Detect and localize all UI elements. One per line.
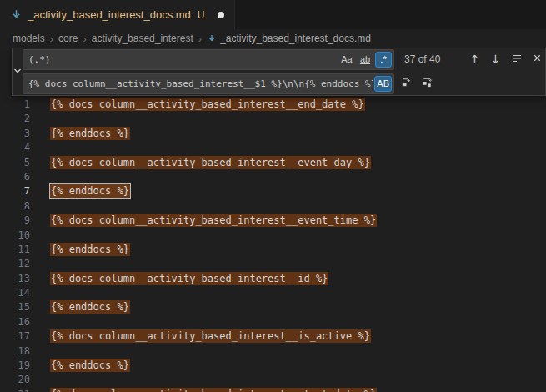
line-number: 6 [0, 170, 30, 184]
code-text: {% docs column__activity_based_interest_… [30, 272, 328, 286]
code-text: {% enddocs %} [30, 127, 130, 141]
regex-button[interactable]: .* [375, 52, 392, 68]
replace-row: {% docs column__activity_based_interest_… [23, 73, 546, 94]
code-text: {% enddocs %} [30, 184, 130, 199]
breadcrumb-file-label: _activity_based_interest_docs.md [220, 33, 371, 44]
code-line[interactable]: 13{% docs column__activity_based_interes… [0, 272, 546, 286]
replace-icon [400, 76, 413, 91]
chevron-right-icon: › [83, 33, 86, 44]
breadcrumb-item-file[interactable]: _activity_based_interest_docs.md [207, 33, 371, 44]
preserve-case-button[interactable]: AB [374, 76, 392, 92]
editor-tab[interactable]: _activity_based_interest_docs.md U [0, 0, 235, 29]
find-row: (.*) Aa ab .* 37 of 40 ↑ ↓ [23, 49, 546, 70]
find-input-value: (.*) [28, 54, 337, 65]
code-text: {% enddocs %} [30, 300, 130, 314]
code-line[interactable]: 20 [0, 373, 546, 387]
code-line[interactable]: 6 [0, 170, 546, 184]
code-line[interactable]: 14 [0, 286, 546, 300]
code-line[interactable]: 10 [0, 229, 546, 243]
line-number: 4 [0, 141, 30, 155]
line-number: 11 [0, 243, 30, 257]
previous-match-button[interactable]: ↑ [466, 51, 483, 68]
search-match: {% docs column__activity_based_interest_… [50, 329, 371, 343]
code-line[interactable]: 12 [0, 257, 546, 271]
breadcrumb-item-core[interactable]: core [58, 33, 78, 44]
line-number: 12 [0, 257, 30, 271]
line-number: 1 [0, 98, 30, 112]
toggle-replace-button[interactable] [13, 48, 23, 95]
line-number: 10 [0, 229, 30, 243]
line-number: 8 [0, 199, 30, 214]
results-count: 37 of 40 [404, 53, 463, 65]
search-match: {% enddocs %} [50, 243, 130, 256]
code-line[interactable]: 18 [0, 344, 546, 359]
code-text: {% enddocs %} [30, 243, 130, 257]
line-number: 17 [0, 329, 30, 344]
replace-input[interactable]: {% docs column__activity_based_interest_… [23, 73, 394, 94]
find-in-selection-icon [511, 53, 523, 67]
breadcrumb-item-activity-based-interest[interactable]: activity_based_interest [92, 33, 193, 44]
find-replace-widget: (.*) Aa ab .* 37 of 40 ↑ ↓ [12, 48, 546, 96]
git-status-badge: U [198, 9, 205, 21]
code-line[interactable]: 15{% enddocs %} [0, 300, 546, 314]
chevron-down-icon [13, 64, 23, 79]
code-text: {% docs column__activity_based_interest_… [30, 388, 377, 392]
unsaved-changes-dot[interactable] [218, 12, 224, 18]
breadcrumb: models › core › activity_based_interest … [0, 29, 546, 48]
chevron-right-icon: › [198, 33, 202, 44]
line-number: 18 [0, 344, 30, 359]
markdown-file-icon [10, 8, 23, 21]
search-match: {% docs column__activity_based_interest_… [50, 388, 377, 392]
chevron-right-icon: › [50, 33, 53, 44]
markdown-file-icon [207, 33, 217, 43]
close-button[interactable] [528, 51, 546, 68]
line-number: 9 [0, 214, 30, 228]
line-number: 3 [0, 127, 30, 141]
code-line[interactable]: 7{% enddocs %} [0, 184, 546, 199]
code-line[interactable]: 19{% enddocs %} [0, 359, 546, 373]
replace-all-button[interactable] [418, 75, 436, 93]
code-line[interactable]: 3{% enddocs %} [0, 127, 546, 141]
whole-word-button[interactable]: ab [357, 52, 373, 68]
replace-input-value: {% docs column__activity_based_interest_… [28, 78, 373, 89]
line-number: 20 [0, 373, 30, 387]
search-match: {% docs column__activity_based_interest_… [50, 98, 365, 111]
match-case-button[interactable]: Aa [338, 52, 355, 68]
find-input[interactable]: (.*) Aa ab .* [23, 49, 394, 70]
search-match: {% enddocs %} [50, 184, 130, 198]
search-match: {% enddocs %} [50, 359, 130, 372]
line-number: 15 [0, 300, 30, 314]
line-number: 19 [0, 359, 30, 373]
tab-title: _activity_based_interest_docs.md [28, 8, 191, 21]
search-match: {% docs column__activity_based_interest_… [50, 214, 377, 227]
code-line[interactable]: 8 [0, 199, 546, 214]
code-line[interactable]: 9{% docs column__activity_based_interest… [0, 214, 546, 228]
line-number: 13 [0, 272, 30, 286]
code-area[interactable]: 1{% docs column__activity_based_interest… [0, 48, 546, 392]
editor[interactable]: (.*) Aa ab .* 37 of 40 ↑ ↓ [0, 48, 546, 392]
line-number: 2 [0, 112, 30, 126]
code-text: {% docs column__activity_based_interest_… [30, 156, 371, 170]
code-line[interactable]: 16 [0, 315, 546, 329]
code-text: {% enddocs %} [30, 359, 130, 373]
code-line[interactable]: 2 [0, 112, 546, 126]
next-match-button[interactable]: ↓ [487, 51, 504, 68]
code-line[interactable]: 21{% docs column__activity_based_interes… [0, 388, 546, 392]
breadcrumb-item-models[interactable]: models [13, 33, 45, 44]
find-in-selection-button[interactable] [508, 51, 525, 68]
line-number: 16 [0, 315, 30, 329]
code-text: {% docs column__activity_based_interest_… [30, 98, 365, 112]
code-line[interactable]: 1{% docs column__activity_based_interest… [0, 98, 546, 112]
replace-all-icon [421, 76, 433, 91]
code-text: {% docs column__activity_based_interest_… [30, 329, 371, 344]
code-line[interactable]: 11{% enddocs %} [0, 243, 546, 257]
line-number: 7 [0, 184, 30, 199]
code-line[interactable]: 17{% docs column__activity_based_interes… [0, 329, 546, 344]
replace-button[interactable] [398, 75, 415, 93]
code-line[interactable]: 4 [0, 141, 546, 155]
search-match: {% docs column__activity_based_interest_… [50, 156, 371, 169]
search-match: {% docs column__activity_based_interest_… [50, 272, 328, 285]
search-match: {% enddocs %} [50, 300, 130, 314]
tab-bar: _activity_based_interest_docs.md U [0, 0, 546, 29]
code-line[interactable]: 5{% docs column__activity_based_interest… [0, 156, 546, 170]
